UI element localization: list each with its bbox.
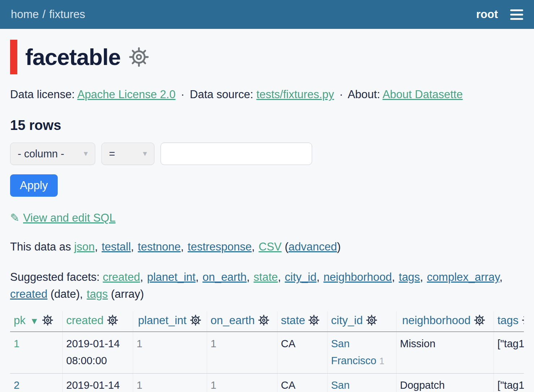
license-label: Data license: bbox=[10, 88, 75, 101]
column-header-tags: tags bbox=[494, 311, 524, 332]
pencil-icon: ✎ bbox=[10, 212, 19, 224]
cell-pk: 2 bbox=[10, 374, 62, 392]
column-cog-icon[interactable] bbox=[258, 314, 270, 327]
export-link-testnone[interactable]: testnone bbox=[138, 240, 181, 253]
export-link-testresponse[interactable]: testresponse bbox=[188, 240, 252, 253]
city-link[interactable]: San Francisco bbox=[331, 379, 377, 392]
export-prefix: This data as bbox=[10, 240, 71, 253]
results-table: pk▼ created planet_int on_earth state ci… bbox=[10, 311, 524, 392]
chevron-down-icon: ▼ bbox=[82, 150, 89, 158]
cell-planet-int: 1 bbox=[133, 374, 207, 392]
export-link-json[interactable]: json bbox=[74, 240, 95, 253]
column-header-created: created bbox=[62, 311, 133, 332]
column-header-planet-int: planet_int bbox=[133, 311, 207, 332]
cell-on-earth: 1 bbox=[207, 332, 277, 373]
filter-operator-select[interactable]: = ▼ bbox=[101, 143, 154, 165]
title-accent-bar bbox=[10, 40, 17, 74]
column-header-on-earth-link[interactable]: on_earth bbox=[211, 314, 255, 327]
cell-neighborhood: Mission bbox=[396, 332, 494, 373]
column-header-state: state bbox=[277, 311, 327, 332]
facet-link-complex-array[interactable]: complex_array bbox=[427, 271, 499, 283]
cell-planet-int: 1 bbox=[133, 332, 207, 373]
facet-link-tags[interactable]: tags bbox=[399, 271, 420, 283]
cell-neighborhood: Dogpatch bbox=[396, 374, 494, 392]
site-header: home/fixtures root bbox=[0, 0, 534, 29]
source-label: Data source: bbox=[190, 88, 253, 101]
cell-city-id: San Francisco 1 bbox=[327, 374, 396, 392]
cell-state: CA bbox=[277, 332, 327, 373]
export-link-advanced[interactable]: advanced bbox=[289, 240, 337, 253]
column-header-city-id: city_id bbox=[327, 311, 396, 332]
header-right: root bbox=[476, 8, 523, 21]
cell-tags: ["tag1", "tag2"] bbox=[494, 332, 524, 373]
title-row: facetable bbox=[10, 40, 524, 74]
table-row: 2 2019-01-14 08:00:00 1 1 CA San Francis… bbox=[10, 374, 524, 392]
column-cog-icon[interactable] bbox=[308, 314, 320, 327]
filter-value-input[interactable] bbox=[161, 143, 312, 165]
apply-button[interactable]: Apply bbox=[10, 174, 58, 197]
filter-column-select[interactable]: - column - ▼ bbox=[10, 143, 95, 165]
filter-row: - column - ▼ = ▼ bbox=[10, 143, 524, 165]
view-edit-sql-link[interactable]: View and edit SQL bbox=[23, 212, 115, 224]
column-header-on-earth: on_earth bbox=[207, 311, 277, 332]
breadcrumb: home/fixtures bbox=[11, 8, 85, 21]
cell-state: CA bbox=[277, 374, 327, 392]
suggested-facets: Suggested facets: created, planet_int, o… bbox=[10, 269, 521, 302]
row-pk-link[interactable]: 2 bbox=[14, 379, 19, 391]
facet-link-planet-int[interactable]: planet_int bbox=[147, 271, 195, 283]
cell-pk: 1 bbox=[10, 332, 62, 373]
facet-link-tags-array[interactable]: tags bbox=[87, 288, 108, 300]
breadcrumb-database-link[interactable]: fixtures bbox=[49, 8, 85, 21]
column-cog-icon[interactable] bbox=[190, 314, 201, 327]
column-header-pk-link[interactable]: pk bbox=[14, 314, 26, 327]
column-header-neighborhood-link[interactable]: neighborhood bbox=[402, 314, 471, 327]
column-header-state-link[interactable]: state bbox=[281, 314, 305, 327]
sort-desc-icon: ▼ bbox=[30, 316, 39, 326]
foreign-key-count: 1 bbox=[379, 356, 384, 366]
column-cog-icon[interactable] bbox=[42, 314, 53, 327]
cell-created: 2019-01-14 08:00:00 bbox=[62, 332, 133, 373]
about-link[interactable]: About Datasette bbox=[382, 88, 463, 101]
breadcrumb-home-link[interactable]: home bbox=[11, 8, 39, 21]
facet-link-state[interactable]: state bbox=[254, 271, 278, 283]
table-row: 1 2019-01-14 08:00:00 1 1 CA San Francis… bbox=[10, 332, 524, 373]
breadcrumb-separator: / bbox=[43, 8, 46, 21]
page-title: facetable bbox=[25, 44, 121, 70]
column-cog-icon[interactable] bbox=[366, 314, 377, 327]
database-metadata: Data license: Apache License 2.0 · Data … bbox=[10, 88, 524, 101]
facet-link-on-earth[interactable]: on_earth bbox=[202, 271, 246, 283]
hamburger-menu-icon[interactable] bbox=[510, 8, 523, 21]
table-actions-gear-icon[interactable] bbox=[128, 47, 149, 67]
results-table-wrap: pk▼ created planet_int on_earth state ci… bbox=[10, 311, 524, 392]
export-link-csv[interactable]: CSV bbox=[259, 240, 282, 253]
cell-city-id: San Francisco 1 bbox=[327, 332, 396, 373]
export-link-testall[interactable]: testall bbox=[102, 240, 131, 253]
column-cog-icon[interactable] bbox=[474, 314, 485, 327]
main-content: facetable Data license: Apache License 2… bbox=[0, 40, 534, 392]
column-header-city-id-link[interactable]: city_id bbox=[331, 314, 363, 327]
facet-link-created[interactable]: created bbox=[103, 271, 140, 283]
license-link[interactable]: Apache License 2.0 bbox=[77, 88, 175, 101]
facet-link-city-id[interactable]: city_id bbox=[285, 271, 316, 283]
city-link[interactable]: San Francisco bbox=[331, 338, 377, 366]
row-count: 15 rows bbox=[10, 118, 524, 133]
column-header-pk: pk▼ bbox=[10, 311, 62, 332]
column-header-tags-link[interactable]: tags bbox=[498, 314, 519, 327]
column-cog-icon[interactable] bbox=[522, 314, 524, 327]
logged-in-user: root bbox=[476, 8, 498, 21]
source-link[interactable]: tests/fixtures.py bbox=[256, 88, 334, 101]
facet-link-created-date[interactable]: created bbox=[10, 288, 47, 300]
export-links: This data as json, testall, testnone, te… bbox=[10, 240, 524, 253]
about-label: About: bbox=[348, 88, 380, 101]
column-header-created-link[interactable]: created bbox=[66, 314, 104, 327]
column-header-neighborhood: neighborhood bbox=[396, 311, 494, 332]
cell-tags: ["tag1", "tag3"] bbox=[494, 374, 524, 392]
column-cog-icon[interactable] bbox=[107, 314, 118, 327]
sql-row: ✎View and edit SQL bbox=[10, 211, 524, 225]
cell-created: 2019-01-14 08:00:00 bbox=[62, 374, 133, 392]
facets-prefix: Suggested facets: bbox=[10, 271, 100, 283]
facet-link-neighborhood[interactable]: neighborhood bbox=[323, 271, 392, 283]
column-header-planet-int-link[interactable]: planet_int bbox=[138, 314, 187, 327]
row-pk-link[interactable]: 1 bbox=[14, 338, 19, 349]
cell-on-earth: 1 bbox=[207, 374, 277, 392]
